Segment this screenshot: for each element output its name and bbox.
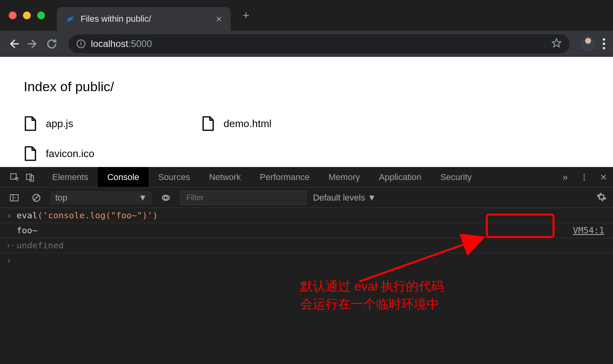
svg-line-9	[34, 195, 39, 200]
svg-rect-1	[26, 174, 32, 180]
devtools-panel: Elements Console Sources Network Perform…	[0, 167, 613, 364]
url-host: localhost	[91, 38, 128, 49]
url-port: :5000	[128, 38, 152, 49]
file-icon	[201, 116, 215, 131]
annotation-line: 默认通过 eval 执行的代码	[300, 278, 444, 295]
context-label: top	[55, 193, 68, 203]
return-chevron-icon: ‹·	[6, 241, 17, 250]
url-text: localhost:5000	[91, 38, 152, 49]
devtools-close-button[interactable]: ×	[600, 171, 607, 184]
browser-menu-button[interactable]	[603, 38, 605, 49]
devtools-tab-elements[interactable]: Elements	[43, 167, 98, 187]
svg-point-5	[583, 179, 585, 180]
devtools-tab-performance[interactable]: Performance	[250, 167, 319, 187]
browser-titlebar: Files within public/ × +	[0, 0, 613, 31]
file-link[interactable]: app.js	[24, 116, 201, 131]
maximize-window-button[interactable]	[37, 11, 45, 19]
file-name: demo.html	[224, 118, 271, 130]
svg-point-10	[164, 196, 168, 199]
devtools-tab-sources[interactable]: Sources	[149, 167, 199, 187]
forward-button[interactable]	[27, 38, 39, 50]
file-link[interactable]: demo.html	[201, 116, 379, 131]
console-source-link[interactable]: VM54:1	[573, 225, 607, 235]
file-link[interactable]: favicon.ico	[24, 146, 201, 161]
console-filter-input[interactable]	[180, 191, 306, 205]
back-button[interactable]	[8, 38, 20, 50]
file-listing: app.js demo.html favicon.ico	[24, 116, 589, 161]
log-levels-selector[interactable]: Default levels ▼	[313, 193, 376, 203]
index-heading: Index of public/	[24, 79, 589, 94]
console-code: eval('console.log("foo~")')	[17, 210, 158, 220]
devtools-console-toolbar: top ▼ Default levels ▼	[0, 188, 613, 208]
chevron-down-icon: ▼	[367, 193, 376, 203]
devtools-menu-icon[interactable]	[580, 173, 589, 182]
device-toolbar-icon[interactable]	[22, 167, 38, 187]
file-name: app.js	[46, 118, 73, 130]
site-favicon-icon	[66, 14, 75, 24]
file-name: favicon.ico	[46, 148, 94, 160]
devtools-tab-network[interactable]: Network	[199, 167, 250, 187]
window-controls	[9, 11, 45, 19]
execution-context-selector[interactable]: top ▼	[51, 191, 152, 205]
address-bar[interactable]: i localhost:5000	[69, 34, 570, 53]
page-body: Index of public/ app.js demo.html favico…	[0, 57, 613, 167]
devtools-more-tabs-icon[interactable]: »	[562, 172, 568, 183]
clear-console-icon[interactable]	[28, 188, 44, 208]
console-return-line: ‹· undefined	[0, 238, 613, 253]
devtools-tab-memory[interactable]: Memory	[319, 167, 369, 187]
devtools-tab-security[interactable]: Security	[431, 167, 481, 187]
annotation-text: 默认通过 eval 执行的代码 会运行在一个临时环境中	[300, 278, 444, 313]
console-settings-icon[interactable]	[596, 192, 607, 204]
close-window-button[interactable]	[9, 11, 17, 19]
levels-label: Default levels	[313, 193, 365, 203]
inspect-element-icon[interactable]	[6, 167, 22, 187]
annotation-line: 会运行在一个临时环境中	[300, 295, 444, 313]
site-info-icon[interactable]: i	[77, 39, 85, 48]
annotation-highlight-box	[486, 214, 555, 238]
devtools-tab-console[interactable]: Console	[98, 167, 149, 187]
chevron-down-icon: ▼	[139, 193, 147, 203]
minimize-window-button[interactable]	[23, 11, 31, 19]
input-chevron-icon: ›	[6, 210, 17, 220]
live-expression-icon[interactable]	[158, 188, 174, 208]
console-prompt[interactable]: ›	[0, 253, 613, 268]
tab-title: Files within public/	[81, 14, 211, 24]
svg-point-4	[583, 176, 585, 178]
bookmark-star-icon[interactable]	[551, 38, 562, 50]
devtools-tabbar: Elements Console Sources Network Perform…	[0, 167, 613, 188]
console-sidebar-toggle-icon[interactable]	[6, 188, 22, 208]
browser-toolbar: i localhost:5000	[0, 31, 613, 57]
console-log-text: foo~	[17, 225, 38, 235]
tab-close-button[interactable]: ×	[216, 13, 222, 25]
file-icon	[24, 116, 37, 131]
browser-tab[interactable]: Files within public/ ×	[57, 7, 231, 31]
new-tab-button[interactable]: +	[243, 9, 250, 22]
svg-point-3	[583, 174, 585, 175]
svg-rect-6	[10, 195, 18, 201]
file-icon	[24, 146, 37, 161]
input-chevron-icon: ›	[6, 255, 17, 265]
devtools-tab-application[interactable]: Application	[369, 167, 431, 187]
console-return-value: undefined	[17, 240, 64, 250]
profile-avatar[interactable]	[581, 36, 596, 51]
reload-button[interactable]	[46, 38, 58, 50]
